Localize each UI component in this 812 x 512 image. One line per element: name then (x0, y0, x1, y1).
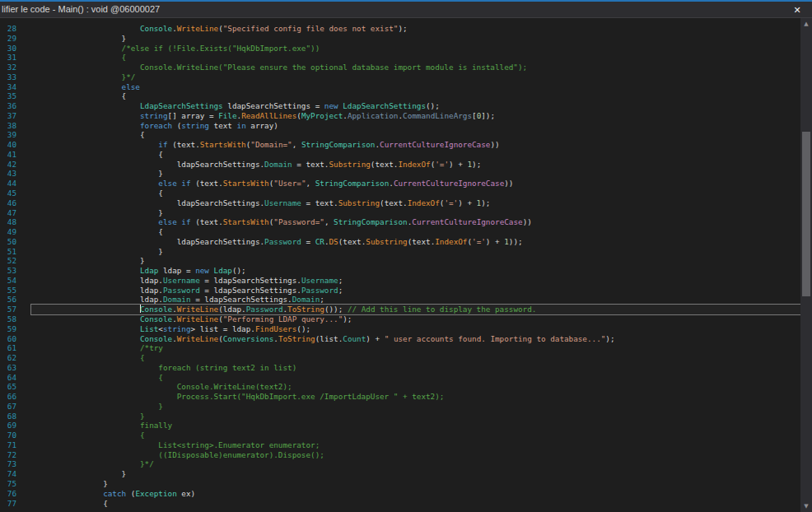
scrollbar-thumb[interactable] (802, 132, 810, 296)
token-keyword: string (140, 111, 168, 120)
token-plain: ldap. (140, 276, 163, 285)
token-method: IndexOf (435, 237, 467, 246)
token-keyword: else (158, 217, 176, 226)
line-number: 62 (0, 353, 16, 363)
token-plain: { (103, 499, 108, 508)
token-plain: (text. (191, 179, 223, 188)
line-number: 36 (0, 101, 16, 111)
line-number: 53 (0, 266, 16, 276)
title-bar[interactable]: lifier le code - Main() : void @06000027… (0, 0, 812, 18)
line-content[interactable]: List<string> list = ldap.FindUsers(); (31, 324, 800, 334)
code-line: 72 ((IDisposable)enumerator).Dispose(); (0, 450, 800, 460)
line-content[interactable]: } (31, 412, 800, 421)
token-string: '=' (435, 160, 449, 169)
line-content[interactable]: { (31, 53, 800, 63)
line-content[interactable]: } (31, 208, 800, 218)
line-content[interactable]: }*/ (31, 72, 800, 82)
line-content[interactable]: else if (text.StartsWith("Password=", St… (31, 217, 800, 227)
line-content[interactable]: string[] array = File.ReadAllLines(MyPro… (31, 111, 800, 121)
line-content[interactable]: if (text.StartsWith("Domain=", StringCom… (31, 140, 800, 150)
line-number: 47 (0, 208, 16, 218)
line-content[interactable]: } (31, 169, 800, 179)
token-method: WriteLine (177, 334, 218, 343)
code-line: 48 else if (text.StartsWith("Password=",… (0, 217, 800, 227)
line-number: 32 (0, 63, 16, 72)
token-string: '=' (472, 237, 486, 246)
line-content[interactable]: { (31, 227, 800, 237)
line-content[interactable]: foreach (string text2 in list) (31, 363, 800, 373)
token-plain: { (158, 227, 163, 236)
line-content[interactable]: }*/ (31, 459, 800, 469)
line-content[interactable]: catch (Exception ex) (31, 489, 800, 499)
line-content[interactable]: ((IDisposable)enumerator).Dispose(); (31, 450, 800, 460)
vertical-scrollbar[interactable]: ▲ ▼ (800, 18, 812, 512)
line-content[interactable]: LdapSearchSettings ldapSearchSettings = … (31, 101, 800, 111)
line-content[interactable]: Console.WriteLine("Performing LDAP query… (31, 314, 800, 324)
line-content[interactable]: ldap.Password = ldapSearchSettings.Passw… (31, 286, 800, 296)
code-line: 45 { (0, 189, 800, 198)
token-plain: = ldapSearchSettings. (191, 295, 292, 304)
line-content[interactable]: Ldap ldap = new Ldap(); (31, 266, 800, 276)
line-number: 30 (0, 44, 16, 54)
line-content[interactable]: foreach (string text in array) (31, 121, 800, 131)
line-content[interactable]: Process.Start("HqkDbImport.exe /ImportLd… (31, 392, 800, 402)
line-content[interactable]: { (31, 150, 800, 160)
line-content[interactable]: ldap.Domain = ldapSearchSettings.Domain; (31, 295, 800, 305)
line-content[interactable]: { (31, 499, 800, 509)
token-plain: , (306, 179, 315, 188)
line-content[interactable]: Console.WriteLine(ldap.Password.ToString… (31, 305, 800, 314)
line-content[interactable]: Console.WriteLine("Specified config file… (31, 24, 800, 34)
line-number: 38 (0, 121, 16, 131)
line-content[interactable]: { (31, 373, 800, 383)
token-plain: , (292, 140, 301, 149)
token-plain: > list = ldap. (191, 324, 255, 333)
line-content[interactable]: } (31, 479, 800, 489)
token-method: IndexOf (398, 160, 430, 169)
line-content[interactable]: else (31, 82, 800, 92)
line-content[interactable]: /*try (31, 343, 800, 353)
code-line: 77 { (0, 499, 800, 509)
code-line: 59 List<string> list = ldap.FindUsers(); (0, 324, 800, 334)
token-keyword: else (122, 82, 140, 91)
token-type: Console (140, 314, 172, 323)
line-content[interactable]: { (31, 189, 800, 198)
token-keyword: if (158, 140, 167, 149)
scroll-down-arrow-icon[interactable]: ▼ (800, 500, 812, 512)
line-content[interactable]: Console.WriteLine(Conversions.ToString(l… (31, 334, 800, 344)
line-content[interactable]: { (31, 130, 800, 140)
line-content[interactable]: /*else if (!File.Exists("HqkDbImport.exe… (31, 44, 800, 54)
token-string: "User=" (273, 179, 306, 188)
token-plain: ) + (486, 237, 504, 246)
token-plain: ; (338, 286, 343, 295)
close-icon[interactable]: ✕ (789, 3, 805, 17)
line-content[interactable]: ldapSearchSettings.Password = CR.DS(text… (31, 237, 800, 247)
line-content[interactable]: ldapSearchSettings.Domain = text.Substri… (31, 160, 800, 170)
token-plain: = text. (292, 160, 329, 169)
line-content[interactable]: } (31, 34, 800, 44)
code-line: 46 ldapSearchSettings.Username = text.Su… (0, 198, 800, 208)
line-number: 29 (0, 34, 16, 44)
token-plain: ( (172, 121, 181, 130)
line-content[interactable]: finally (31, 421, 800, 431)
line-content[interactable]: } (31, 402, 800, 412)
line-content[interactable]: List<string>.Enumerator enumerator; (31, 440, 800, 450)
token-keyword: string (163, 324, 191, 333)
line-content[interactable]: { (31, 91, 800, 101)
code-line: 43 } (0, 169, 800, 179)
line-content[interactable]: { (31, 431, 800, 440)
code-editor[interactable]: 28 Console.WriteLine("Specified config f… (0, 18, 800, 512)
line-number: 55 (0, 286, 16, 296)
line-number: 75 (0, 479, 16, 489)
code-line: 35 { (0, 91, 800, 101)
scroll-up-arrow-icon[interactable]: ▲ (800, 18, 812, 30)
line-content[interactable]: ldap.Username = ldapSearchSettings.Usern… (31, 276, 800, 286)
line-content[interactable]: else if (text.StartsWith("User=", String… (31, 179, 800, 189)
line-content[interactable]: Console.WriteLine(text2); (31, 382, 800, 392)
line-content[interactable]: } (31, 247, 800, 257)
line-content[interactable]: { (31, 353, 800, 363)
line-content[interactable]: ldapSearchSettings.Username = text.Subst… (31, 198, 800, 208)
line-content[interactable]: } (31, 256, 800, 266)
line-content[interactable]: Console.WriteLine("Please ensure the opt… (31, 63, 800, 72)
token-keyword: string (181, 121, 209, 130)
line-content[interactable]: } (31, 469, 800, 479)
